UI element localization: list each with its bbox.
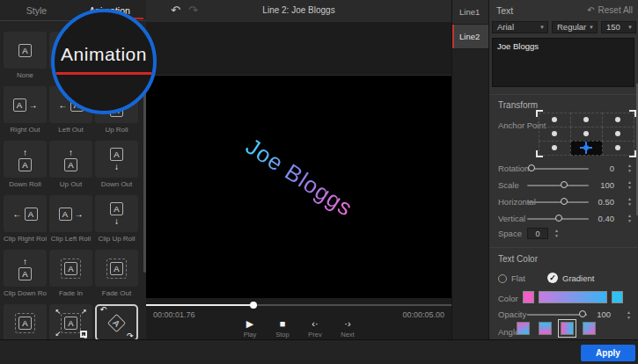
line-item-line2[interactable]: Line2 bbox=[452, 25, 488, 49]
anchor-dot-icon bbox=[552, 131, 557, 136]
scale-slider-knob[interactable] bbox=[561, 181, 568, 188]
flat-radio[interactable]: Flat bbox=[498, 273, 525, 283]
animation-tile-down-roll[interactable]: ↑A bbox=[4, 141, 47, 178]
stop-button[interactable]: ■Stop bbox=[272, 318, 293, 339]
gradient-radio[interactable]: ✓ Gradient bbox=[547, 273, 594, 283]
playhead[interactable] bbox=[250, 302, 257, 309]
animation-tile-16[interactable]: ↖↗A↙↘ bbox=[49, 304, 92, 339]
anchor-cell-6[interactable] bbox=[539, 141, 571, 156]
angle-swatch-1[interactable] bbox=[539, 322, 552, 335]
divider bbox=[489, 94, 638, 95]
animation-tile-label: Up Roll bbox=[95, 126, 138, 134]
font-family-value: Arial bbox=[497, 22, 514, 32]
rotation-slider-knob[interactable] bbox=[528, 164, 535, 171]
font-size-select[interactable]: 150 ▼ bbox=[601, 21, 636, 33]
animation-tile-17[interactable]: ↶A↷ bbox=[95, 304, 138, 339]
animation-tile-15[interactable]: A bbox=[4, 304, 47, 339]
font-size-value: 150 bbox=[606, 22, 620, 32]
bracket bbox=[536, 150, 543, 157]
animation-tile-clip-left-roll[interactable]: A→ bbox=[49, 195, 92, 232]
opacity-knob[interactable] bbox=[579, 310, 586, 317]
horizontal-stepper[interactable]: ▲▼ bbox=[627, 196, 632, 207]
tab-style[interactable]: Style bbox=[0, 0, 73, 20]
gradient-start-swatch[interactable] bbox=[523, 291, 534, 303]
video-canvas: Joe Bloggs bbox=[146, 76, 451, 298]
scale-stepper[interactable]: ▲▼ bbox=[627, 179, 632, 191]
play-icon: ▶ bbox=[246, 318, 253, 330]
anchor-cell-5[interactable] bbox=[602, 127, 634, 142]
divider bbox=[489, 247, 638, 248]
text-panel: Text ↶ Reset All Arial ▼ Regular ▼ 150 ▼… bbox=[488, 0, 638, 339]
font-style-value: Regular bbox=[557, 22, 586, 32]
value-box: 0 bbox=[527, 228, 548, 239]
play-button[interactable]: ▶Play bbox=[239, 318, 260, 339]
anchor-dot-icon bbox=[615, 131, 620, 136]
anchor-cell-0[interactable] bbox=[539, 113, 571, 127]
animation-tile-fade-out[interactable]: A bbox=[95, 250, 138, 287]
animation-tile-clip-down-roll[interactable]: ↑A bbox=[4, 250, 47, 287]
vertical-stepper[interactable]: ▲▼ bbox=[627, 213, 632, 224]
animation-tile-label: Clip Down Roll bbox=[4, 289, 47, 297]
animation-tile-up-out[interactable]: ↑A bbox=[49, 141, 92, 178]
angle-swatches bbox=[517, 322, 596, 335]
animation-tile-none[interactable]: A bbox=[4, 32, 47, 69]
opacity-stepper[interactable]: ▲▼ bbox=[627, 309, 631, 321]
gradient-bar[interactable] bbox=[539, 291, 607, 303]
font-style-select[interactable]: Regular ▼ bbox=[552, 21, 598, 33]
slider-value: 0.40 bbox=[591, 214, 614, 223]
prev-button[interactable]: ‹·Prev bbox=[304, 318, 326, 339]
reset-all-button[interactable]: ↶ Reset All bbox=[587, 5, 633, 15]
gradient-end-swatch[interactable] bbox=[612, 291, 623, 303]
vertical-slider-knob[interactable] bbox=[555, 215, 562, 222]
gradient-label: Gradient bbox=[562, 273, 594, 283]
anchor-cell-3[interactable] bbox=[539, 127, 571, 142]
playback-controls: ▶Play■Stop‹·Prev·›Next bbox=[239, 318, 358, 339]
anchor-cell-4[interactable] bbox=[570, 127, 603, 142]
slider-label: Rotation bbox=[498, 164, 529, 173]
scale-slider-track[interactable] bbox=[527, 185, 589, 186]
panel-title: Text bbox=[496, 5, 513, 16]
anchor-dot-icon bbox=[552, 117, 557, 122]
next-icon: ·› bbox=[344, 318, 350, 330]
opacity-track[interactable] bbox=[527, 314, 587, 316]
angle-swatch-2[interactable] bbox=[561, 322, 574, 335]
angle-swatch-0[interactable] bbox=[517, 322, 530, 335]
slider-value: 100 bbox=[591, 180, 614, 190]
horizontal-slider-knob[interactable] bbox=[561, 198, 568, 205]
animation-tile-label: Left Out bbox=[49, 126, 92, 134]
preview-text: Joe Bloggs bbox=[240, 134, 357, 223]
apply-button[interactable]: Apply bbox=[581, 345, 635, 361]
magnifier-label: Animation bbox=[61, 44, 147, 65]
animation-tile-label: Up Out bbox=[49, 180, 92, 188]
animation-tile-clip-right-roll[interactable]: ←A bbox=[4, 195, 47, 232]
animation-tile-clip-up-roll[interactable]: A↓ bbox=[95, 195, 138, 232]
transform-row-vertical: Vertical0.40▲▼ bbox=[489, 213, 638, 224]
line-list: Line1Line2 bbox=[451, 0, 488, 339]
horizontal-slider-track[interactable] bbox=[527, 201, 589, 203]
animation-tile-fade-in[interactable]: A bbox=[49, 250, 92, 287]
rotation-stepper[interactable]: ▲▼ bbox=[627, 163, 632, 174]
space-stepper[interactable]: ▲▼ bbox=[554, 228, 559, 239]
line-item-line1[interactable]: Line1 bbox=[452, 0, 488, 25]
next-button[interactable]: ·›Next bbox=[337, 318, 358, 339]
bracket bbox=[629, 110, 636, 117]
rotation-slider-track[interactable] bbox=[527, 168, 589, 170]
animation-tile-label: None bbox=[4, 71, 47, 79]
animation-tile-label: Fade Out bbox=[95, 289, 138, 297]
transform-row-space: Space0▲▼ bbox=[489, 228, 638, 239]
preview-title: Line 2: Joe Bloggs bbox=[146, 5, 451, 15]
anchor-cell-1[interactable] bbox=[570, 113, 603, 127]
preview-header: ↶ ↷ Line 2: Joe Bloggs bbox=[146, 0, 451, 22]
text-content-input[interactable]: Joe Bloggs bbox=[492, 38, 634, 87]
stop-icon: ■ bbox=[280, 318, 286, 330]
animation-tile-label: Down Out bbox=[95, 180, 138, 188]
check-icon: ✓ bbox=[547, 273, 558, 283]
angle-swatch-3[interactable] bbox=[583, 322, 596, 335]
anchor-cell-7[interactable] bbox=[570, 141, 603, 156]
anchor-grid bbox=[539, 113, 634, 155]
animation-tile-label: Clip Left Roll bbox=[49, 235, 92, 243]
animation-tile-down-out[interactable]: A↓ bbox=[95, 141, 138, 178]
animation-tile-right-out[interactable]: A→ bbox=[4, 86, 47, 123]
font-family-select[interactable]: Arial ▼ bbox=[492, 21, 548, 33]
bracket bbox=[629, 150, 636, 157]
